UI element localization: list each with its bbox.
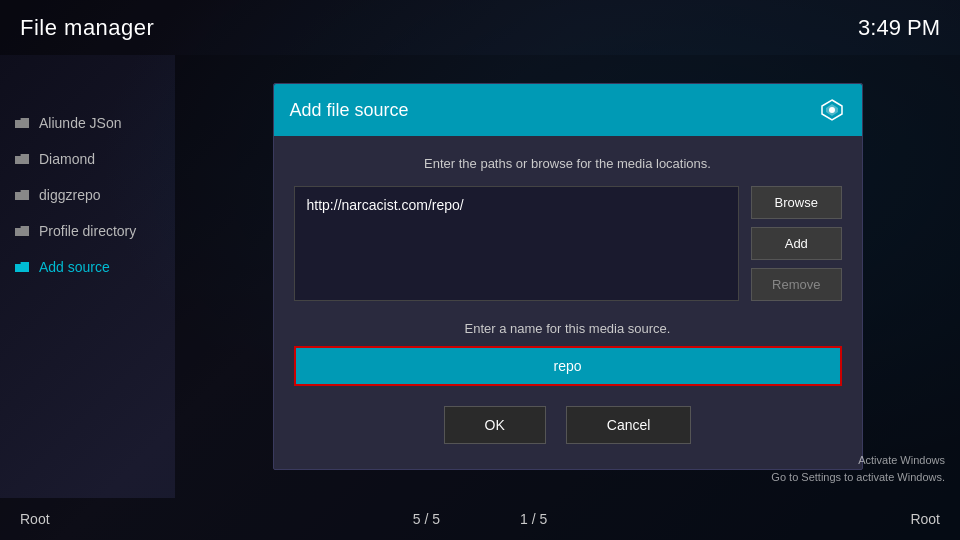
folder-icon bbox=[15, 118, 29, 128]
add-button[interactable]: Add bbox=[751, 227, 841, 260]
kodi-logo bbox=[818, 96, 846, 124]
sidebar-label: Profile directory bbox=[39, 223, 136, 239]
ok-button[interactable]: OK bbox=[444, 406, 546, 444]
dialog-body: Enter the paths or browse for the media … bbox=[274, 136, 862, 469]
sidebar-item-aliunde-json[interactable]: Aliunde JSon bbox=[0, 105, 175, 141]
dialog-title: Add file source bbox=[290, 100, 409, 121]
svg-point-2 bbox=[829, 107, 835, 113]
folder-icon bbox=[15, 226, 29, 236]
app-title: File manager bbox=[20, 15, 154, 41]
main-content: Add file source Enter the paths or brows… bbox=[175, 55, 960, 498]
sidebar-label: Add source bbox=[39, 259, 110, 275]
footer-right: Root bbox=[910, 511, 940, 527]
modal-overlay: Add file source Enter the paths or brows… bbox=[175, 55, 960, 498]
dialog-header: Add file source bbox=[274, 84, 862, 136]
footer-center: 5 / 5 1 / 5 bbox=[413, 511, 548, 527]
source-path-box[interactable]: http://narcacist.com/repo/ bbox=[294, 186, 740, 301]
activate-windows-watermark: Activate Windows Go to Settings to activ… bbox=[771, 452, 945, 485]
sidebar-item-diggzrepo[interactable]: diggzrepo bbox=[0, 177, 175, 213]
clock: 3:49 PM bbox=[858, 15, 940, 41]
sidebar-item-add-source[interactable]: Add source bbox=[0, 249, 175, 285]
name-input[interactable] bbox=[299, 351, 837, 381]
footer-left: Root bbox=[20, 511, 50, 527]
folder-icon bbox=[15, 190, 29, 200]
name-input-wrapper bbox=[294, 346, 842, 386]
footer: Root 5 / 5 1 / 5 Root bbox=[0, 498, 960, 540]
footer-center-right: 1 / 5 bbox=[520, 511, 547, 527]
sidebar-item-profile-directory[interactable]: Profile directory bbox=[0, 213, 175, 249]
dialog-subtitle: Enter the paths or browse for the media … bbox=[294, 156, 842, 171]
header: File manager 3:49 PM bbox=[0, 0, 960, 55]
name-label: Enter a name for this media source. bbox=[294, 321, 842, 336]
folder-icon bbox=[15, 262, 29, 272]
sidebar-label: Aliunde JSon bbox=[39, 115, 122, 131]
add-file-source-dialog: Add file source Enter the paths or brows… bbox=[273, 83, 863, 470]
cancel-button[interactable]: Cancel bbox=[566, 406, 692, 444]
activate-line1: Activate Windows bbox=[771, 452, 945, 469]
sidebar-label: Diamond bbox=[39, 151, 95, 167]
footer-center-left: 5 / 5 bbox=[413, 511, 440, 527]
kodi-icon bbox=[820, 98, 844, 122]
source-action-buttons: Browse Add Remove bbox=[751, 186, 841, 301]
source-url-text: http://narcacist.com/repo/ bbox=[307, 197, 464, 213]
source-area: http://narcacist.com/repo/ Browse Add Re… bbox=[294, 186, 842, 301]
browse-button[interactable]: Browse bbox=[751, 186, 841, 219]
sidebar: Aliunde JSon Diamond diggzrepo Profile d… bbox=[0, 55, 175, 498]
folder-icon bbox=[15, 154, 29, 164]
dialog-actions: OK Cancel bbox=[294, 406, 842, 444]
activate-line2: Go to Settings to activate Windows. bbox=[771, 469, 945, 486]
sidebar-item-diamond[interactable]: Diamond bbox=[0, 141, 175, 177]
sidebar-label: diggzrepo bbox=[39, 187, 101, 203]
remove-button[interactable]: Remove bbox=[751, 268, 841, 301]
